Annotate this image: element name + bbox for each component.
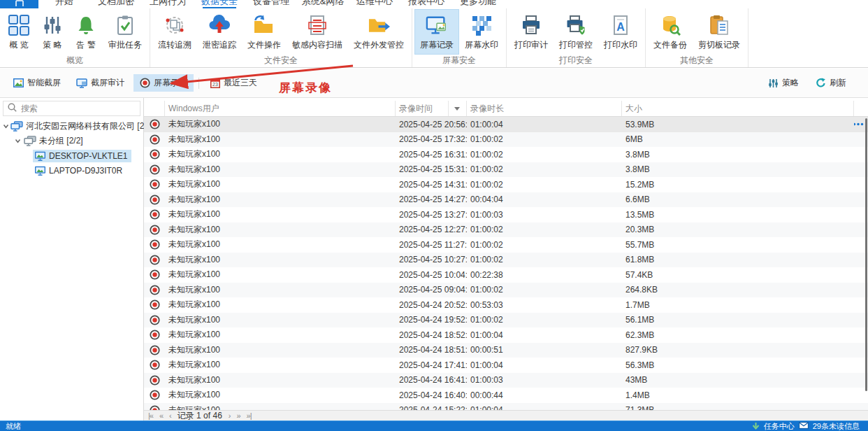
device-tree-panel: 河北安固云网络科技有限公司 [2/2]未分组 [2/2]DESKTOP-VLKT… [0, 98, 144, 421]
tree-item[interactable]: 未分组 [2/2] [0, 134, 143, 148]
header-user[interactable]: Windows用户 [165, 101, 396, 116]
record-icon [144, 360, 165, 370]
cell-user: 未知玩家x100 [165, 269, 396, 281]
pager-next-button[interactable]: › [229, 411, 231, 421]
ribbon-item[interactable]: 文件操作 [242, 9, 287, 55]
table-row[interactable]: 未知玩家x1002025-04-24 18:52:1901:00:0462.3M… [144, 327, 868, 343]
table-row[interactable]: 未知玩家x1002025-04-24 17:41:1301:00:0456.3M… [144, 358, 868, 373]
ribbon-item-label: 屏幕记录 [420, 39, 454, 51]
table-row[interactable]: 未知玩家x1002025-04-24 16:40:2500:00:441.4MB [144, 388, 868, 403]
ribbon-item[interactable]: A打印水印 [598, 9, 643, 55]
leak-cloud-icon [208, 14, 231, 36]
table-row[interactable]: 未知玩家x1002025-04-25 20:56:4901:00:0453.9M… [144, 117, 868, 132]
toolbar-button-1[interactable]: 智能截屏 [7, 74, 67, 92]
table-row[interactable]: 未知玩家x1002025-04-24 16:41:1001:00:0343MB [144, 373, 868, 388]
cell-time: 2025-04-25 17:32:01 [396, 134, 467, 144]
status-right: 任务中心 29条未读信息 [752, 421, 862, 431]
tab-5[interactable]: 设备管理 [245, 0, 297, 8]
cell-user: 未知玩家x100 [165, 118, 396, 130]
pager-prev-button[interactable]: ‹ [169, 411, 171, 421]
header-size[interactable]: 大小 [622, 101, 854, 116]
tab-7[interactable]: 运维中心 [349, 0, 400, 8]
toolbar-right-button-1[interactable]: 策略 [762, 74, 805, 92]
ribbon-item[interactable]: 流转追溯 [152, 9, 197, 55]
cell-duration: 01:00:02 [467, 164, 622, 174]
header-time[interactable]: 录像时间 [396, 101, 467, 116]
tab-9[interactable]: 更多功能 [452, 0, 504, 8]
ribbon-item[interactable]: 泄密追踪 [197, 9, 242, 55]
header-icon-col[interactable] [144, 101, 165, 116]
tab-4[interactable]: 数据安全 [194, 0, 245, 8]
calendar-23-icon: 23 [210, 78, 220, 88]
search-input[interactable] [21, 104, 136, 113]
toolbar-button-2[interactable]: 截屏审计 [70, 74, 131, 92]
ribbon-item[interactable]: 屏幕水印 [459, 9, 504, 55]
record-icon [144, 149, 165, 160]
table-row[interactable]: 未知玩家x1002025-04-25 12:27:4101:00:0220.3M… [144, 222, 868, 238]
tab-2[interactable]: 文档加密 [90, 0, 142, 8]
ribbon-item[interactable]: 概 览 [2, 9, 36, 55]
ribbon-item-label: 告 警 [76, 39, 95, 51]
status-task-center[interactable]: 任务中心 [764, 421, 795, 431]
tab-6[interactable]: 系统&网络 [297, 0, 349, 8]
header-duration-label: 录像时长 [470, 103, 504, 115]
status-unread-messages[interactable]: 29条未读信息 [813, 421, 860, 431]
header-duration[interactable]: 录像时长 [467, 101, 622, 116]
cell-time: 2025-04-25 13:27:44 [396, 210, 467, 220]
table-row[interactable]: 未知玩家x1002025-04-25 14:27:4800:04:046.6MB [144, 192, 868, 208]
vertical-scrollbar[interactable] [865, 118, 867, 391]
pager-fast-next-button[interactable]: » [236, 411, 240, 421]
table-row[interactable]: 未知玩家x1002025-04-25 09:04:3101:00:02264.8… [144, 283, 868, 298]
tab-label: 报表中心 [400, 0, 452, 8]
ribbon-item[interactable]: 剪切板记录 [693, 9, 746, 55]
table-row[interactable]: 未知玩家x1002025-04-25 11:27:3901:00:0255.7M… [144, 237, 868, 253]
ribbon-item[interactable]: 文件外发管控 [348, 9, 410, 55]
cell-duration: 01:00:04 [467, 360, 622, 370]
table-row[interactable]: 未知玩家x1002025-04-25 15:31:5501:00:023.8MB [144, 162, 868, 178]
pager-fast-prev-button[interactable]: « [159, 411, 163, 421]
table-row[interactable]: 未知玩家x1002025-04-25 14:31:5201:00:0215.2M… [144, 177, 868, 192]
table-row[interactable]: 未知玩家x1002025-04-25 16:31:5801:00:023.8MB [144, 147, 868, 162]
sort-dropdown-icon[interactable] [448, 101, 463, 116]
toolbar-button-4[interactable]: 23最近三天 [204, 74, 263, 92]
tab-1[interactable]: 开始 [38, 0, 90, 8]
table-row[interactable]: 未知玩家x1002025-04-24 20:52:2600:53:031.7MB [144, 297, 868, 313]
chevron-down-icon[interactable] [3, 123, 9, 129]
toolbar-button-label: 最近三天 [224, 77, 257, 89]
table-row[interactable]: 未知玩家x1002025-04-24 19:52:2301:00:0256.1M… [144, 313, 868, 328]
row-more-icon[interactable] [854, 122, 864, 126]
ribbon-item[interactable]: 打印管控 [554, 9, 598, 55]
ribbon-item[interactable]: 策 略 [36, 9, 69, 55]
table-header: Windows用户 录像时间 录像时长 大小 [144, 101, 868, 117]
table-row[interactable]: 未知玩家x1002025-04-25 13:27:4401:00:0313.5M… [144, 207, 868, 222]
table-row[interactable]: 未知玩家x1002025-04-24 15:22:0601:00:0471.3M… [144, 403, 868, 411]
ribbon-item[interactable]: 文件备份 [648, 9, 693, 55]
cell-size: 6.6MB [622, 195, 854, 204]
table-row[interactable]: 未知玩家x1002025-04-24 18:51:2700:00:51827.9… [144, 343, 868, 358]
table-row[interactable]: 未知玩家x1002025-04-25 10:27:3601:00:0261.8M… [144, 253, 868, 268]
table-row[interactable]: 未知玩家x1002025-04-25 10:04:3300:22:3857.4K… [144, 267, 868, 283]
tree-item[interactable]: DESKTOP-VLKTLE1 [0, 148, 143, 163]
ribbon: 概 览策 略告 警审批任务概览流转追溯泄密追踪文件操作敏感内容扫描文件外发管控文… [0, 8, 868, 68]
cell-user: 未知玩家x100 [165, 314, 396, 326]
tree-item[interactable]: 河北安固云网络科技有限公司 [2/2] [0, 119, 143, 134]
ribbon-item[interactable]: 打印审计 [509, 9, 554, 55]
toolbar-right-button-2[interactable]: 刷新 [809, 74, 853, 92]
tab-3[interactable]: 上网行为 [142, 0, 194, 8]
chevron-down-icon[interactable] [13, 138, 22, 144]
app-menu-button[interactable] [0, 0, 38, 8]
tab-8[interactable]: 报表中心 [400, 0, 452, 8]
ribbon-item[interactable]: 屏幕记录 [414, 9, 459, 55]
print-watermark-icon: A [609, 14, 632, 36]
ribbon-item[interactable]: 敏感内容扫描 [287, 9, 348, 55]
ribbon-item[interactable]: 审批任务 [103, 9, 147, 55]
table-row[interactable]: 未知玩家x1002025-04-25 17:32:0101:00:026MB [144, 132, 868, 148]
cell-duration: 01:00:03 [467, 210, 622, 220]
ribbon-item[interactable]: 告 警 [69, 9, 103, 55]
pager-first-button[interactable]: |« [148, 411, 153, 421]
pager-last-button[interactable]: »| [247, 411, 252, 421]
tree-item[interactable]: LAPTOP-D9J3IT0R [0, 163, 143, 178]
ribbon-group: 流转追溯泄密追踪文件操作敏感内容扫描文件外发管控文件安全 [150, 8, 412, 67]
record-icon [144, 209, 165, 220]
toolbar-button-3[interactable]: 屏幕录像 [133, 74, 194, 92]
